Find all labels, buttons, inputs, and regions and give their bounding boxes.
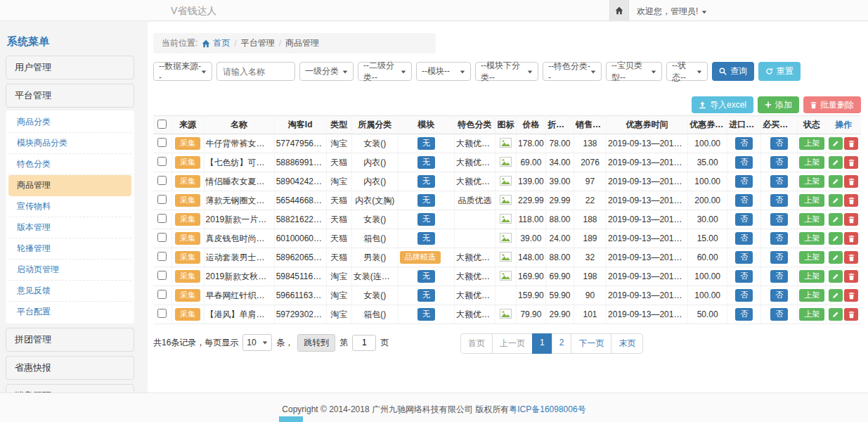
edit-button[interactable] [829,194,843,207]
delete-button[interactable] [844,289,858,302]
sidebar-subitem-8[interactable]: 意见反馈 [8,281,131,302]
sidebar-section-2[interactable]: 拼团管理 [6,328,134,352]
add-button[interactable]: 添加 [758,96,799,113]
filter-select-4[interactable]: --模块-- [416,62,471,81]
sidebar-subitem-7[interactable]: 启动页管理 [8,260,131,281]
batch-delete-button[interactable]: 批量删除 [803,96,861,113]
pager-last[interactable]: 末页 [611,333,643,354]
filter-select-8[interactable]: --状态-- [666,62,708,81]
breadcrumb-home-link[interactable]: 首页 [202,37,230,49]
sidebar-subitem-1[interactable]: 模块商品分类 [8,133,131,154]
must-buy-badge[interactable]: 否 [770,156,788,169]
delete-button[interactable] [844,213,858,226]
must-buy-badge[interactable]: 否 [770,308,788,321]
must-buy-badge[interactable]: 否 [770,194,788,207]
status-badge[interactable]: 上架 [799,156,824,169]
import-select-badge[interactable]: 否 [735,194,753,207]
sidebar-subitem-4[interactable]: 宣传物料 [8,196,131,217]
import-excel-button[interactable]: 导入excel [692,96,753,113]
filter-select-7[interactable]: --宝贝类型-- [606,62,662,81]
sidebar-subitem-0[interactable]: 商品分类 [8,112,131,133]
import-select-badge[interactable]: 否 [735,251,753,264]
delete-button[interactable] [844,232,858,245]
pager-next[interactable]: 下一页 [571,333,611,354]
must-buy-badge[interactable]: 否 [770,270,788,283]
home-button[interactable] [609,0,629,20]
filter-select-3[interactable]: --二级分类-- [358,62,412,81]
sidebar-section-0[interactable]: 用户管理 [6,56,134,79]
sidebar-section-3[interactable]: 省惠快报 [6,356,134,380]
must-buy-badge[interactable]: 否 [770,251,788,264]
filter-select-5[interactable]: --模块下分类-- [475,62,538,81]
import-select-badge[interactable]: 否 [735,270,753,283]
edit-button[interactable] [829,270,843,283]
must-buy-badge[interactable]: 否 [770,232,788,245]
delete-button[interactable] [844,156,858,169]
row-checkbox[interactable] [157,309,167,318]
select-all-checkbox[interactable] [157,120,167,129]
edit-button[interactable] [829,308,843,321]
import-select-badge[interactable]: 否 [735,308,753,321]
filter-select-6[interactable]: --特色分类-- [543,62,602,81]
jump-button[interactable]: 跳转到 [297,334,335,352]
page-input[interactable] [352,335,376,351]
edit-button[interactable] [829,137,843,150]
sidebar-subitem-9[interactable]: 平台配置 [8,302,131,322]
delete-button[interactable] [844,137,858,150]
breadcrumb-item-platform[interactable]: 平台管理 [241,37,275,49]
row-checkbox[interactable] [157,176,167,185]
must-buy-badge[interactable]: 否 [770,289,788,302]
delete-button[interactable] [844,308,858,321]
sidebar-subitem-5[interactable]: 版本管理 [8,217,131,238]
per-page-select[interactable]: 10 [242,334,272,351]
import-select-badge[interactable]: 否 [735,232,753,245]
import-select-badge[interactable]: 否 [735,289,753,302]
row-checkbox[interactable] [157,252,167,261]
reset-button[interactable]: 重置 [758,62,801,81]
status-badge[interactable]: 上架 [799,270,824,283]
status-badge[interactable]: 上架 [799,137,824,150]
edit-button[interactable] [829,289,843,302]
status-badge[interactable]: 上架 [799,251,824,264]
sidebar-subitem-6[interactable]: 轮播管理 [8,238,131,260]
import-select-badge[interactable]: 否 [735,156,753,169]
pager-page-2[interactable]: 2 [552,333,572,354]
sidebar-subitem-3[interactable]: 商品管理 [8,175,131,196]
edit-button[interactable] [829,251,843,264]
status-badge[interactable]: 上架 [799,308,824,321]
row-checkbox[interactable] [157,233,167,242]
status-badge[interactable]: 上架 [799,213,824,226]
row-checkbox[interactable] [157,290,167,299]
edit-button[interactable] [829,232,843,245]
delete-button[interactable] [844,175,858,188]
import-select-badge[interactable]: 否 [735,213,753,226]
status-badge[interactable]: 上架 [799,175,824,188]
edit-button[interactable] [829,213,843,226]
row-checkbox[interactable] [157,138,167,147]
filter-select-2[interactable]: 一级分类 [299,62,354,81]
filter-select-0[interactable]: --数据来源-- [153,62,212,81]
delete-button[interactable] [844,270,858,283]
import-select-badge[interactable]: 否 [735,137,753,150]
delete-button[interactable] [844,251,858,264]
row-checkbox[interactable] [157,271,167,280]
name-search-input[interactable] [216,62,295,81]
sidebar-section-1[interactable]: 平台管理 [6,84,134,108]
row-checkbox[interactable] [157,195,167,204]
status-badge[interactable]: 上架 [799,289,824,302]
pager-prev[interactable]: 上一页 [492,333,533,354]
pager-first[interactable]: 首页 [460,333,493,354]
import-select-badge[interactable]: 否 [735,175,753,188]
status-badge[interactable]: 上架 [799,232,824,245]
row-checkbox[interactable] [157,214,167,223]
user-menu[interactable]: 欢迎您，管理员! [637,6,707,18]
search-button[interactable]: 查询 [712,62,754,81]
delete-button[interactable] [844,194,858,207]
pager-page-1[interactable]: 1 [532,333,552,354]
edit-button[interactable] [829,175,843,188]
breadcrumb-item-goods[interactable]: 商品管理 [285,37,319,49]
must-buy-badge[interactable]: 否 [770,213,788,226]
must-buy-badge[interactable]: 否 [770,175,788,188]
edit-button[interactable] [829,156,843,169]
sidebar-subitem-2[interactable]: 特色分类 [8,154,131,175]
